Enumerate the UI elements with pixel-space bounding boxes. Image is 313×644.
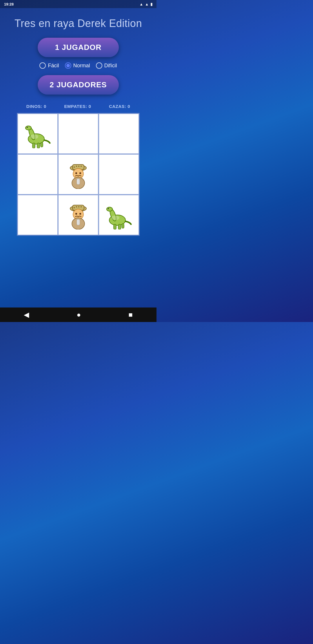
svg-point-22: [74, 207, 75, 208]
empates-score: EMPATES: 0: [64, 104, 91, 109]
dino-icon-2: [104, 200, 133, 229]
one-player-button[interactable]: 1 JUGADOR: [38, 38, 119, 57]
hunter-icon-2: [64, 200, 93, 229]
cazas-score: CAZAS: 0: [109, 104, 130, 109]
svg-point-2: [26, 126, 31, 130]
cell-0-2[interactable]: [99, 113, 139, 154]
cell-0-0[interactable]: [17, 113, 58, 154]
svg-point-3: [27, 127, 28, 128]
hunter-icon: [64, 160, 93, 189]
svg-point-10: [74, 167, 75, 168]
radio-normal[interactable]: [65, 62, 71, 69]
cell-1-2[interactable]: [99, 154, 139, 195]
game-grid: [17, 113, 140, 236]
cell-0-1[interactable]: [58, 113, 99, 154]
svg-point-11: [76, 166, 77, 167]
status-bar: 19:28 ▲ ▲ ▮: [0, 0, 156, 8]
svg-point-39: [111, 216, 119, 220]
wifi-icon: ▲: [139, 2, 143, 6]
svg-point-12: [78, 166, 79, 167]
svg-rect-38: [122, 224, 124, 228]
nav-bar: ◀ ● ■: [0, 307, 156, 322]
two-players-button[interactable]: 2 JUGADORES: [38, 75, 119, 95]
svg-point-15: [75, 172, 77, 174]
svg-point-35: [108, 208, 109, 209]
dinos-score: DINOS: 0: [26, 104, 46, 109]
svg-point-7: [30, 134, 38, 139]
cell-2-2[interactable]: [99, 195, 139, 235]
difficulty-selector: Fácil Normal Difícil: [39, 62, 117, 69]
difficulty-dificil-label: Difícil: [104, 63, 117, 69]
svg-rect-6: [41, 142, 43, 147]
home-button[interactable]: ●: [71, 308, 87, 321]
status-time: 19:28: [4, 2, 14, 6]
cell-1-1[interactable]: [58, 154, 99, 195]
difficulty-normal[interactable]: Normal: [65, 62, 90, 69]
signal-icon: ▲: [145, 2, 149, 6]
svg-point-28: [79, 213, 81, 215]
svg-point-24: [78, 206, 79, 207]
difficulty-normal-label: Normal: [73, 63, 90, 69]
svg-point-13: [81, 166, 82, 167]
svg-rect-4: [32, 143, 35, 148]
svg-rect-36: [114, 224, 116, 229]
cell-2-0[interactable]: [17, 195, 58, 235]
back-button[interactable]: ◀: [18, 308, 35, 321]
scores-row: DINOS: 0 EMPATES: 0 CAZAS: 0: [17, 104, 139, 109]
app-title: Tres en raya Derek Edition: [14, 17, 142, 30]
radio-dificil[interactable]: [96, 62, 102, 69]
status-icons: ▲ ▲ ▮: [139, 2, 152, 6]
svg-point-16: [79, 172, 81, 174]
difficulty-dificil[interactable]: Difícil: [96, 62, 117, 69]
svg-point-27: [75, 213, 77, 215]
svg-point-34: [107, 207, 112, 211]
radio-facil[interactable]: [39, 62, 46, 69]
svg-point-25: [81, 206, 82, 207]
svg-rect-5: [37, 143, 40, 148]
difficulty-facil[interactable]: Fácil: [39, 62, 59, 69]
svg-point-23: [76, 206, 77, 207]
cell-1-0[interactable]: [17, 154, 58, 195]
difficulty-facil-label: Fácil: [48, 63, 59, 69]
recent-button[interactable]: ■: [123, 308, 139, 321]
dino-icon: [23, 119, 52, 148]
svg-rect-37: [118, 224, 121, 229]
cell-2-1[interactable]: [58, 195, 99, 235]
battery-icon: ▮: [150, 2, 152, 6]
